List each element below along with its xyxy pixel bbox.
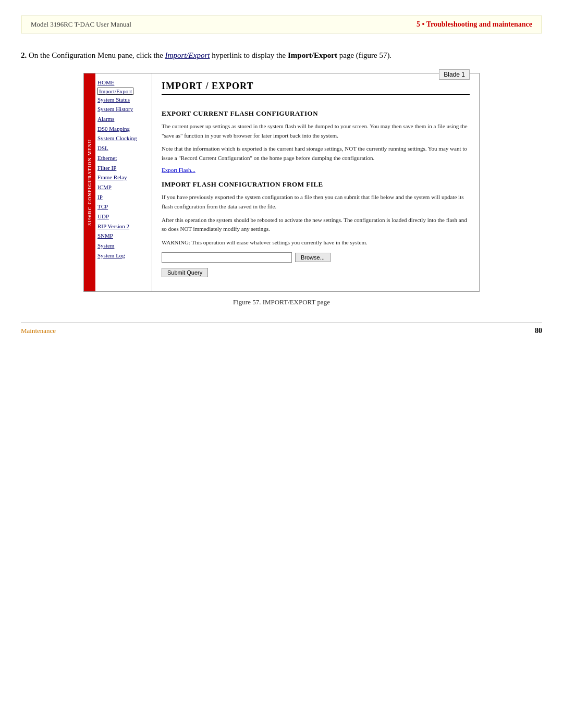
footer-left: Maintenance (21, 327, 56, 335)
screenshot-container: 3196RC Configuration Menu HOME Import/Ex… (83, 73, 480, 292)
import-para2: After this operation the system should b… (162, 216, 470, 234)
sidebar-item-alarms[interactable]: Alarms (97, 114, 150, 124)
sidebar-red-bar: 3196RC Configuration Menu (84, 73, 95, 291)
chapter-title: 5 • Troubleshooting and maintenance (417, 20, 532, 29)
sidebar-item-system-log[interactable]: System Log (97, 251, 150, 261)
main-content: 2. On the Configuration Menu pane, click… (21, 49, 542, 306)
submit-row: Submit Query (162, 266, 470, 277)
sidebar-item-filter-ip[interactable]: Filter IP (97, 163, 150, 173)
sidebar-item-ds0-mapping[interactable]: DS0 Mapping (97, 124, 150, 134)
sidebar-vertical-label: 3196RC Configuration Menu (87, 139, 92, 226)
intro-text-after: hyperlink to display the (212, 51, 288, 59)
sidebar-item-system-status[interactable]: System Status (97, 95, 150, 105)
sidebar-item-snmp[interactable]: SNMP (97, 231, 150, 241)
manual-title: Model 3196RC T-DAC User Manual (31, 20, 131, 29)
sidebar-item-rip-version-2[interactable]: RIP Version 2 (97, 221, 150, 231)
import-export-link-text[interactable]: Import/Export (165, 51, 210, 59)
file-input-row: Browse... (162, 252, 470, 263)
footer-right: 80 (535, 327, 542, 335)
footer: Maintenance 80 (21, 322, 542, 335)
export-para2: Note that the information which is expor… (162, 144, 470, 163)
intro-text-before: On the Configuration Menu pane, click th… (29, 51, 165, 59)
blade-button[interactable]: Blade 1 (439, 69, 470, 80)
sidebar-item-dsl[interactable]: DSL (97, 143, 150, 153)
import-warning: WARNING: This operation will erase whate… (162, 238, 470, 248)
main-panel: Blade 1 Import / Export Export Current F… (152, 73, 479, 291)
file-input-box[interactable] (162, 252, 292, 263)
sidebar-item-system-history[interactable]: System History (97, 104, 150, 114)
export-section: Export Current Flash Configuration The c… (162, 109, 470, 173)
page-title: Import / Export (162, 81, 470, 95)
figure-caption: Figure 57. IMPORT/EXPORT page (21, 298, 542, 306)
import-section: Import Flash Configuration From File If … (162, 180, 470, 277)
export-flash-link[interactable]: Export Flash... (162, 167, 470, 173)
intro-paragraph: 2. On the Configuration Menu pane, click… (21, 49, 542, 61)
step-number: 2. (21, 51, 27, 59)
sidebar-item-import-export[interactable]: Import/Export (97, 88, 133, 95)
sidebar-item-udp[interactable]: UDP (97, 212, 150, 221)
sidebar-nav: HOME Import/Export System Status System … (95, 73, 152, 264)
sidebar-item-system-clocking[interactable]: System Clocking (97, 133, 150, 143)
import-export-bold: Import/Export (288, 51, 337, 59)
export-para1: The current power up settings as stored … (162, 122, 470, 140)
header-bar: Model 3196RC T-DAC User Manual 5 • Troub… (21, 16, 542, 33)
sidebar-item-system[interactable]: System (97, 241, 150, 251)
title-row: Blade 1 Import / Export (162, 81, 470, 102)
import-heading: Import Flash Configuration From File (162, 180, 470, 189)
sidebar-item-icmp[interactable]: ICMP (97, 182, 150, 192)
export-heading: Export Current Flash Configuration (162, 109, 470, 118)
browse-button[interactable]: Browse... (295, 253, 331, 262)
sidebar-item-ethernet[interactable]: Ethernet (97, 153, 150, 163)
sidebar-item-ip[interactable]: IP (97, 192, 150, 202)
submit-query-button[interactable]: Submit Query (162, 268, 208, 277)
intro-text-end: page (figure 57). (339, 51, 391, 59)
sidebar: 3196RC Configuration Menu HOME Import/Ex… (84, 73, 152, 291)
sidebar-item-frame-relay[interactable]: Frame Relay (97, 172, 150, 182)
import-para1: If you have previously exported the syst… (162, 193, 470, 211)
sidebar-item-home[interactable]: HOME (97, 78, 150, 88)
sidebar-item-tcp[interactable]: TCP (97, 202, 150, 212)
